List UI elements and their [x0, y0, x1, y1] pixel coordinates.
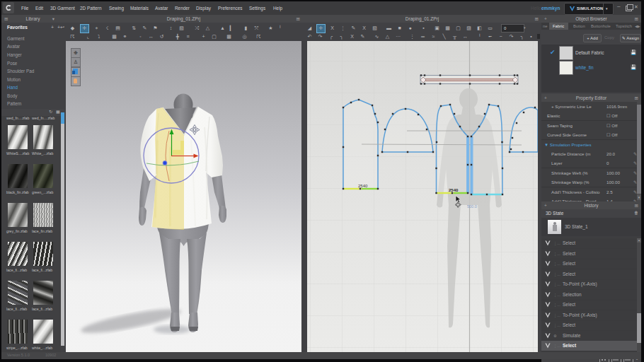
svg-text:500.0: 500.0	[467, 204, 477, 209]
svg-text:2540: 2540	[358, 184, 368, 188]
svg-text:2540: 2540	[449, 188, 459, 192]
